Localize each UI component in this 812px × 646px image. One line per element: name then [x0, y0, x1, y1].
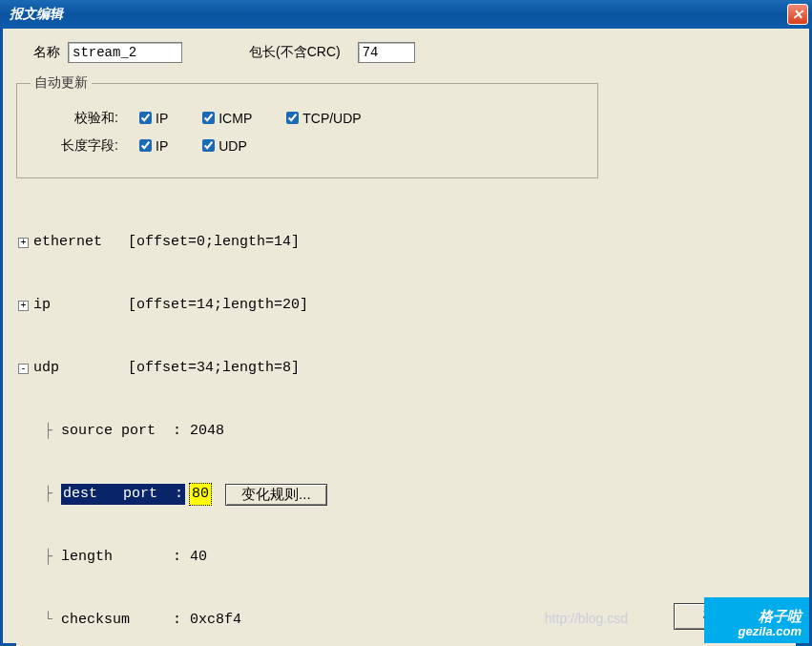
- watermark-text: http://blog.csd: [545, 611, 628, 626]
- expand-icon[interactable]: +: [18, 238, 29, 248]
- lenfield-udp-checkbox[interactable]: UDP: [198, 136, 247, 155]
- lenfield-label: 长度字段:: [31, 137, 135, 155]
- expand-icon[interactable]: +: [18, 301, 29, 311]
- destport-label: dest port :: [61, 484, 185, 505]
- checksum-label: 校验和:: [31, 110, 135, 127]
- packet-tree[interactable]: +ethernet [offset=0;length=14] +ip [offs…: [16, 188, 796, 646]
- checksum-row: 校验和: IP ICMP TCP/UDP: [31, 109, 584, 127]
- collapse-icon[interactable]: -: [18, 364, 29, 374]
- checksum-ip-checkbox[interactable]: IP: [135, 109, 168, 127]
- change-rule-button[interactable]: 变化规则...: [225, 484, 327, 506]
- close-button[interactable]: ✕: [787, 4, 808, 25]
- tree-udp[interactable]: -udp [offset=34;length=8]: [18, 358, 794, 379]
- tree-ethernet[interactable]: +ethernet [offset=0;length=14]: [18, 232, 794, 253]
- close-icon: ✕: [792, 7, 803, 22]
- corner-line2: gezila.com: [739, 624, 802, 639]
- checksum-icmp-checkbox[interactable]: ICMP: [198, 109, 252, 127]
- tree-udp-destport[interactable]: ├ dest port :80变化规则...: [18, 484, 794, 505]
- title-bar: 报文编辑 ✕: [0, 0, 812, 29]
- destport-value[interactable]: 80: [189, 483, 212, 506]
- tree-ip[interactable]: +ip [offset=14;length=20]: [18, 295, 794, 316]
- auto-update-legend: 自动更新: [31, 74, 92, 92]
- tree-udp-length[interactable]: ├ length : 40: [18, 547, 794, 568]
- auto-update-group: 自动更新 校验和: IP ICMP TCP/UDP 长度字段: IP UDP: [16, 74, 598, 178]
- window-title: 报文编辑: [4, 6, 787, 23]
- client-area: 名称 包长(不含CRC) 自动更新 校验和: IP ICMP TCP/UDP 长…: [0, 29, 812, 646]
- corner-line1: 格子啦: [739, 609, 802, 624]
- checksum-tcpudp-checkbox[interactable]: TCP/UDP: [282, 109, 361, 127]
- pktlen-label: 包长(不含CRC): [249, 44, 341, 61]
- lenfield-row: 长度字段: IP UDP: [31, 136, 584, 155]
- tree-udp-srcport[interactable]: ├ source port : 2048: [18, 421, 794, 442]
- pktlen-input[interactable]: [358, 42, 415, 63]
- name-input[interactable]: [68, 42, 182, 63]
- lenfield-ip-checkbox[interactable]: IP: [135, 136, 168, 155]
- name-label: 名称: [33, 44, 60, 61]
- top-row: 名称 包长(不含CRC): [16, 42, 796, 63]
- corner-badge: 格子啦 gezila.com: [704, 597, 809, 643]
